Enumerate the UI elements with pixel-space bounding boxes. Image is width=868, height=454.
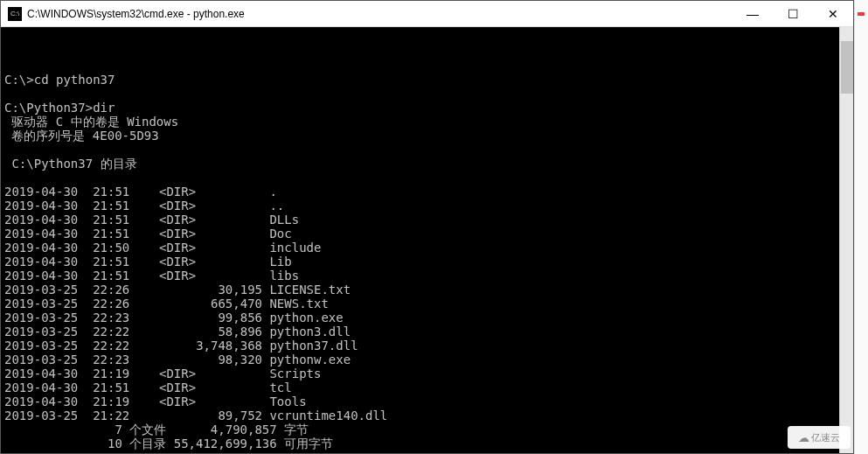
cmd-window: C:\ C:\WINDOWS\system32\cmd.exe - python… [0, 0, 854, 454]
scrollbar-thumb[interactable] [841, 41, 853, 94]
maximize-button[interactable]: ☐ [773, 1, 813, 26]
window-title: C:\WINDOWS\system32\cmd.exe - python.exe [27, 8, 733, 20]
terminal-area[interactable]: C:\>cd python37 C:\Python37>dir 驱动器 C 中的… [1, 27, 853, 453]
close-button[interactable]: ✕ [813, 1, 853, 26]
terminal-output: C:\>cd python37 C:\Python37>dir 驱动器 C 中的… [3, 59, 851, 453]
scrollbar[interactable]: ▴ ▾ [839, 27, 853, 453]
cmd-icon: C:\ [8, 7, 22, 21]
minimize-button[interactable]: — [733, 1, 773, 26]
page-right-edge [854, 0, 868, 454]
watermark-badge: ☁ 亿速云 [788, 426, 851, 449]
watermark-text: 亿速云 [811, 431, 840, 444]
window-controls: — ☐ ✕ [733, 1, 853, 26]
titlebar[interactable]: C:\ C:\WINDOWS\system32\cmd.exe - python… [1, 1, 853, 27]
red-marker [858, 12, 865, 16]
cloud-icon: ☁ [798, 431, 809, 444]
